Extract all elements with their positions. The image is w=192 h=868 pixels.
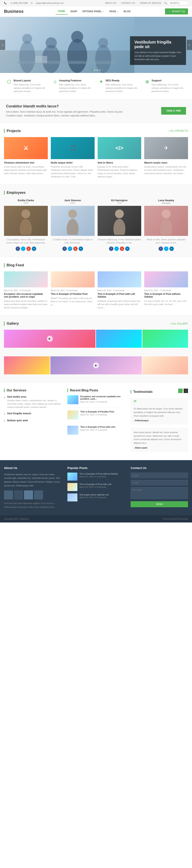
svg-point-12 [68,210,77,218]
google-icon[interactable]: g [120,247,124,251]
linkedin-icon[interactable]: in [169,247,174,251]
gallery-item-6[interactable] [142,356,188,374]
services-col: Our Services • Sed mollis eros Quisque l… [4,389,62,454]
footer-theme-credit: Theme by MyThemeShop [163,518,188,520]
slide-dot-2[interactable] [94,69,95,71]
svg-point-10 [22,210,30,218]
footer-post-item: Sed augue ipsum egestas nec March 26, 20… [67,493,125,501]
hero-next-button[interactable]: › [187,40,192,50]
blog-item: March 26, 2014 4 Comments Excepteur sint… [4,271,48,309]
recent-post-content-1: Excepteur sint occaecat cupidatat non pr… [80,395,125,404]
testimonials-header: Testimonials ‹ › [130,389,188,395]
cta-banner: Curabitur blandit mollis lacus? Sed a li… [0,99,192,123]
gallery-item-2[interactable] [96,330,142,348]
bullet-icon-2: • [4,412,5,416]
search-box[interactable]: 🔍 [164,1,188,5]
recent-post-content-3: This is Example of Post with Left... Mar… [80,426,117,435]
search-input[interactable] [168,1,188,5]
nav-home[interactable]: HOME [55,8,68,14]
blog-post-title-2: This is Example of Parallax Post [51,292,94,296]
service-desc-1: Quisque libero metus, condimentum nec, t… [7,399,62,409]
facebook-icon[interactable]: f [109,247,113,251]
testimonial-prev-button[interactable]: ‹ [178,389,183,393]
logo: Business [4,9,24,14]
linkedin-icon[interactable]: in [125,247,129,251]
facebook-icon[interactable]: f [15,247,20,251]
linkedin-icon[interactable]: in [32,247,36,251]
gallery-item-1[interactable]: ▶ [4,330,95,348]
gallery-item-3[interactable] [142,330,188,348]
employees-title: Employees [4,191,26,195]
employee-name-4: Lena Headey [144,199,188,202]
facebook-icon[interactable]: f [159,247,163,251]
basket-button[interactable]: 🛒 BASKET (0) [165,8,188,14]
hero-description: Cras ultrices mi eu turpis hendrerit fri… [135,51,182,61]
linkedin-icon[interactable]: in [79,247,83,251]
recent-post-item: This is Example of Post with Left... Mar… [67,426,125,438]
gallery-title: Gallery [4,321,19,326]
gallery-item-5[interactable]: ▶ [50,356,142,374]
three-col-section: Our Services • Sed mollis eros Quisque l… [0,382,192,460]
twitter-icon[interactable]: t [114,247,119,251]
google-icon[interactable]: g [27,247,31,251]
nav-page[interactable]: PAGE ▼ [107,8,121,14]
quote-icon: " [133,401,185,405]
slide-dot-4[interactable] [99,69,101,71]
contact-link[interactable]: CONTACT US [121,2,135,4]
gallery-play-icon-2[interactable]: ▶ [93,362,99,368]
gallery-play-icon[interactable]: ▶ [47,336,53,342]
footer-thumb-2 [67,483,77,491]
recent-post-title-3: This is Example of Post with Left... [80,426,117,428]
feature-amazing-title: Amazing Features [59,79,93,82]
footer-post-content-1: This is Example of Post without Sidebar … [79,472,118,480]
footer-post-comments-2: 4 Comments [95,486,106,488]
slide-dot-3[interactable] [97,69,98,71]
google-icon[interactable]: g [73,247,78,251]
hero-svg [0,17,135,73]
hero-prev-button[interactable]: ‹ [0,40,5,50]
contact-name-input[interactable] [130,472,188,478]
footer-posts-title: Popular Posts [67,466,125,470]
cta-button[interactable]: TAKE A TRIP [161,107,186,115]
blog-date-1: March 26, 2014 [4,289,18,291]
about-link[interactable]: ABOUT US [105,2,116,4]
nav-options[interactable]: OPTIONS PANEL ▼ [80,8,107,14]
gallery-item-4[interactable] [4,356,50,374]
contact-message-input[interactable] [130,487,188,499]
blog-title: Blog Feed [4,263,24,267]
main-nav: HOME SHOP OPTIONS PANEL ▼ PAGE ▼ BLOG [55,8,133,14]
terms-link[interactable]: TERMS OF SERVICE [140,2,161,4]
gallery-header: Gallery » ALL GALLERY [4,321,188,326]
employee-photo-4 [144,206,188,236]
svg-point-17 [160,219,172,235]
contact-send-button[interactable]: SEND [130,501,188,507]
hero-content: Vestibulum fringilla pede sit Cras ultri… [130,36,186,65]
all-projects-link[interactable]: » ALL PROJECTS [168,129,188,132]
twitter-icon[interactable]: t [68,247,72,251]
feature-support: ⊕ Support Nam adipiscing. Cum sociis nat… [142,79,188,93]
employee-silhouette-3 [111,207,127,235]
twitter-icon[interactable]: t [164,247,168,251]
project-desc-2: Phasellus accumsan cursus velit. Vestibu… [51,165,94,178]
service-content-2: Sed fringilla mauris [7,412,31,415]
contact-email-input[interactable] [130,480,188,486]
recent-date-2: March 26, 2014 [80,414,94,416]
nav-blog[interactable]: BLOG [121,8,133,14]
footer-post-title-3: Sed augue ipsum egestas nec [79,493,109,496]
feature-seo-content: SEO Ready Nam adipiscing. Cum sociis nat… [106,79,139,93]
svg-point-15 [113,219,125,235]
svg-point-3 [46,37,57,49]
footer-avatar-4 [34,490,43,499]
facebook-icon[interactable]: f [63,247,67,251]
bullet-icon-3: • [4,419,5,423]
email-icon: ✉ [31,2,33,4]
blog-meta-1: March 26, 2014 4 Comments [4,289,48,291]
nav-shop[interactable]: SHOP [68,8,80,14]
all-gallery-link[interactable]: » ALL GALLERY [170,322,188,325]
slide-dot-1[interactable] [91,69,93,71]
cta-text: Curabitur blandit mollis lacus? Sed a li… [6,104,126,118]
twitter-icon[interactable]: t [21,247,26,251]
employee-silhouette-1 [18,207,34,235]
testimonial-next-button[interactable]: › [184,389,188,393]
feature-support-text: Nam adipiscing. Cum sociis natoque penat… [152,83,185,93]
